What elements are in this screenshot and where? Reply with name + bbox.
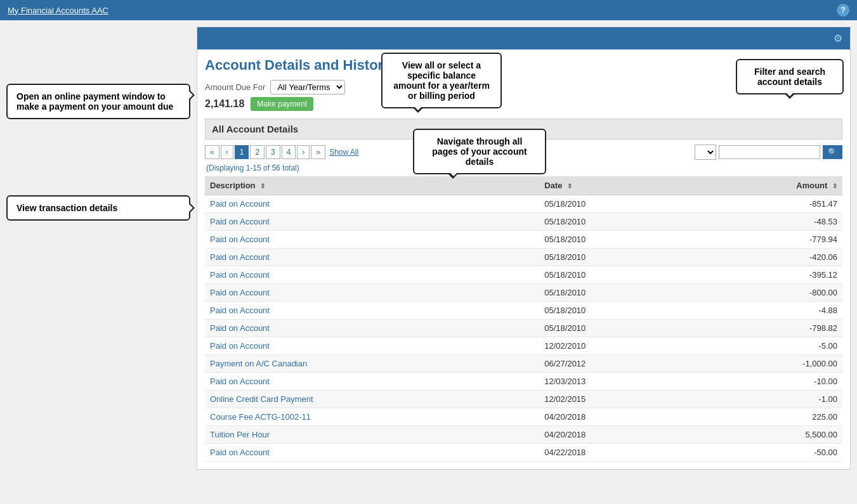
description-link[interactable]: Paid on Account	[210, 341, 270, 351]
top-bar: My Financial Accounts AAC ?	[0, 0, 857, 20]
amount-cell: -50.00	[691, 444, 842, 462]
amount-cell: -779.94	[691, 231, 842, 249]
date-cell: 12/02/2015	[539, 391, 691, 408]
date-cell: 05/18/2010	[539, 249, 691, 266]
main-panel: ⚙ Account Details and History Amount Due…	[197, 27, 851, 470]
panel-body: Account Details and History Amount Due F…	[197, 49, 850, 469]
description-link[interactable]: Paid on Account	[210, 217, 270, 226]
amount-header[interactable]: Amount ⇕	[691, 176, 842, 195]
description-header[interactable]: Description ⇕	[205, 176, 539, 195]
description-cell: Paid on Account	[205, 249, 539, 266]
prev-page-button[interactable]: ‹	[221, 145, 233, 159]
amount-cell: -1.00	[691, 391, 842, 408]
description-link[interactable]: Paid on Account	[210, 270, 270, 280]
search-button[interactable]: 🔍	[823, 145, 842, 159]
table-row: Paid on Account05/18/2010-48.53	[205, 213, 842, 231]
table-row: Paid on Account12/03/2013-10.00	[205, 373, 842, 391]
description-cell: Paid on Account	[205, 302, 539, 320]
date-cell: 04/20/2018	[539, 426, 691, 444]
amount-cell: -5.00	[691, 337, 842, 355]
pagination: « ‹ 1 2 3 4 › » Show All	[205, 145, 358, 159]
table-row: Paid on Account05/18/2010-4.88	[205, 302, 842, 320]
filter-tooltip-container: Filter and search account details	[736, 59, 844, 94]
table-row: Online Credit Card Payment12/02/2015-1.0…	[205, 391, 842, 408]
table-row: Paid on Account05/18/2010-779.94	[205, 231, 842, 249]
transaction-callout: View transaction details	[6, 195, 190, 221]
next-page-button[interactable]: ›	[297, 145, 310, 159]
table-row: Paid on Account05/18/2010-798.82	[205, 320, 842, 337]
date-cell: 05/18/2010	[539, 231, 691, 249]
filter-callout-text: Filter and search account details	[754, 67, 825, 87]
description-cell: Payment on A/C Canadian	[205, 355, 539, 373]
description-link[interactable]: Paid on Account	[210, 235, 270, 244]
search-filter-select[interactable]	[695, 145, 716, 160]
help-icon[interactable]: ?	[837, 4, 849, 16]
amount-value: 2,141.18	[205, 98, 244, 110]
amount-cell: -10.00	[691, 373, 842, 391]
year-term-select[interactable]: All Year/Terms	[270, 80, 345, 94]
balance-callout: View all or select a specific balance am…	[381, 53, 502, 108]
first-page-button[interactable]: «	[205, 145, 219, 159]
date-cell: 05/18/2010	[539, 213, 691, 231]
filter-callout: Filter and search account details	[736, 59, 844, 94]
date-cell: 12/02/2010	[539, 337, 691, 355]
description-cell: Paid on Account	[205, 213, 539, 231]
navigate-callout: Navigate through all pages of your accou…	[413, 129, 546, 174]
payment-callout: Open an online payment window to make a …	[6, 84, 190, 119]
date-cell: 05/18/2010	[539, 266, 691, 284]
top-bar-title[interactable]: My Financial Accounts AAC	[8, 6, 108, 15]
description-link[interactable]: Paid on Account	[210, 448, 270, 457]
amount-cell: -800.00	[691, 284, 842, 302]
date-header[interactable]: Date ⇕	[539, 176, 691, 195]
description-link[interactable]: Paid on Account	[210, 252, 270, 262]
show-all-button[interactable]: Show All	[329, 148, 358, 157]
left-callouts: Open an online payment window to make a …	[6, 27, 190, 470]
page-3-button[interactable]: 3	[266, 145, 280, 159]
description-link[interactable]: Paid on Account	[210, 199, 270, 209]
date-cell: 05/18/2010	[539, 284, 691, 302]
panel-header: ⚙	[197, 27, 850, 49]
table-row: Paid on Account05/18/2010-420.06	[205, 249, 842, 266]
description-sort-icon: ⇕	[260, 183, 265, 190]
description-link[interactable]: Tuition Per Hour	[210, 430, 270, 439]
description-link[interactable]: Paid on Account	[210, 306, 270, 315]
table-row: Paid on Account05/18/2010-851.47	[205, 195, 842, 213]
amount-cell: -851.47	[691, 195, 842, 213]
search-icon: 🔍	[828, 148, 837, 157]
gear-icon[interactable]: ⚙	[834, 32, 842, 44]
description-cell: Paid on Account	[205, 266, 539, 284]
table-row: Course Fee ACTG-1002-1104/20/2018225.00	[205, 408, 842, 426]
balance-callout-text: View all or select a specific balance am…	[393, 60, 490, 101]
last-page-button[interactable]: »	[311, 145, 325, 159]
search-input[interactable]	[719, 145, 820, 159]
amount-cell: -1,000.00	[691, 355, 842, 373]
description-link[interactable]: Paid on Account	[210, 377, 270, 386]
date-sort-icon: ⇕	[567, 183, 572, 190]
table-row: Paid on Account05/18/2010-800.00	[205, 284, 842, 302]
table-row: Tuition Per Hour04/20/20185,500.00	[205, 426, 842, 444]
description-cell: Paid on Account	[205, 195, 539, 213]
table-body: Paid on Account05/18/2010-851.47Paid on …	[205, 195, 842, 462]
description-link[interactable]: Online Credit Card Payment	[210, 394, 313, 404]
description-link[interactable]: Paid on Account	[210, 288, 270, 297]
description-cell: Paid on Account	[205, 231, 539, 249]
page-1-button[interactable]: 1	[235, 145, 249, 159]
page-2-button[interactable]: 2	[250, 145, 265, 159]
navigate-tooltip-container: Navigate through all pages of your accou…	[413, 129, 546, 174]
amount-cell: -48.53	[691, 213, 842, 231]
description-link[interactable]: Paid on Account	[210, 323, 270, 333]
page-4-button[interactable]: 4	[282, 145, 296, 159]
amount-due-label: Amount Due For	[205, 82, 265, 92]
navigate-callout-text: Navigate through all pages of your accou…	[432, 136, 527, 167]
amount-cell: -420.06	[691, 249, 842, 266]
amount-cell: 225.00	[691, 408, 842, 426]
make-payment-button[interactable]: Make payment	[251, 97, 313, 111]
table-row: Paid on Account04/22/2018-50.00	[205, 444, 842, 462]
description-cell: Paid on Account	[205, 337, 539, 355]
payment-callout-text: Open an online payment window to make a …	[16, 91, 173, 112]
table-row: Paid on Account05/18/2010-395.12	[205, 266, 842, 284]
amount-cell: -4.88	[691, 302, 842, 320]
description-link[interactable]: Payment on A/C Canadian	[210, 359, 307, 368]
account-details-table: Description ⇕ Date ⇕ Amount ⇕ Paid on Ac…	[205, 176, 842, 462]
description-link[interactable]: Course Fee ACTG-1002-11	[210, 412, 311, 422]
